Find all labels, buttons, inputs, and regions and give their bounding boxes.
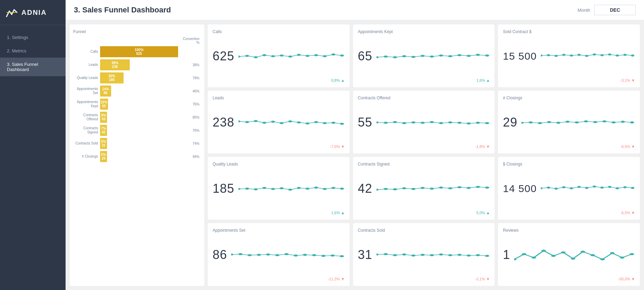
funnel-label-appt-set: Appointments Set [73,87,98,95]
svg-point-67 [383,122,388,124]
svg-point-85 [430,188,434,190]
metric-title-sold-contract: Sold Contract $ [503,29,635,34]
svg-point-75 [457,122,461,124]
funnel-conversion-appt-kept: 76% [180,102,201,106]
metric-value-calls: 625 [213,49,234,63]
svg-point-113 [600,54,604,56]
svg-point-54 [383,56,388,58]
metrics-col-2: Calls 625 0,8% ▲ Leads [208,24,350,286]
svg-point-55 [393,56,397,58]
svg-point-111 [585,55,588,57]
svg-point-89 [467,187,471,189]
metric-title-quality-leads: Quality Leads [213,162,345,167]
metric-title-contracts-signed: Contracts Signed [358,162,490,167]
metric-title-reviews: Reviews [503,228,635,233]
metric-contracts-signed: Contracts Signed 42 5,0% ▲ [353,157,495,220]
svg-point-62 [457,54,461,56]
svg-point-18 [271,121,275,123]
funnel-row-contracts-signed: Contracts Signed 7% 42 76% [73,124,201,137]
svg-point-117 [631,54,634,57]
sidebar-item-dashboard[interactable]: 3. Sales Funnel Dashboard [0,58,66,76]
svg-point-94 [393,254,397,256]
svg-point-31 [271,188,275,190]
svg-point-42 [247,254,252,256]
svg-point-19 [280,122,284,124]
svg-point-82 [402,187,406,189]
svg-point-1 [238,56,241,58]
funnel-conversion-csold: 74% [180,142,201,146]
metrics-col-3: Appointments Kept 65 1,6% ▲ Contr [353,24,495,286]
svg-point-129 [621,121,625,123]
funnel-row-closings: # Closings 5% 29 94% [73,150,201,163]
svg-point-8 [297,54,301,56]
svg-point-72 [430,121,434,123]
svg-point-28 [245,188,249,190]
svg-point-14 [238,120,241,122]
sidebar-item-settings[interactable]: 1. Settings [0,31,66,44]
svg-point-78 [485,122,489,124]
sparkline-closings-num [521,116,635,129]
sparkline-calls [238,50,345,63]
metric-title-calls: Calls [213,29,345,34]
metric-value-sold-contract: 15 500 [503,50,537,62]
sparkline-appt-kept [377,50,490,63]
svg-point-92 [377,253,379,256]
header: 3. Sales Funnel Dashboard Month DEC [66,0,644,20]
svg-point-21 [297,121,301,123]
logo-icon [6,6,18,19]
funnel-label-quality-leads: Quality Leads [73,76,98,80]
trend-arrow-closings-dollar: ▼ [631,211,635,215]
svg-point-16 [254,120,258,122]
metric-value-appt-set: 86 [213,248,227,262]
svg-point-66 [377,121,379,123]
trend-arrow-contracts-signed: ▲ [486,211,490,215]
svg-point-106 [547,54,550,56]
svg-point-148 [551,255,556,257]
sparkline-leads [238,116,345,129]
svg-point-22 [305,122,310,124]
svg-point-50 [321,255,325,257]
metric-value-appt-kept: 65 [358,49,372,63]
sidebar: ADNIA 1. Settings 2. Metrics 3. Sales Fu… [0,0,66,290]
svg-point-83 [411,188,415,190]
trend-sold-contract: -3,1% [620,78,630,82]
svg-point-43 [257,254,261,256]
metric-closings-num: # Closings 29 -6,5% ▼ [498,91,640,153]
svg-point-104 [485,255,489,257]
sparkline-closings-dollar [541,182,635,196]
metric-contracts-offered: Contracts Offered 55 -1,8% ▼ [353,91,495,153]
svg-point-41 [238,253,243,255]
sparkline-contracts-signed [377,182,490,196]
svg-point-80 [383,188,388,190]
svg-point-128 [612,121,616,123]
funnel-row-quality-leads: Quality Leads 30% 185 78% [73,71,201,84]
metric-sold-contract: Sold Contract $ 15 500 -3,1% ▼ [498,24,640,87]
svg-point-64 [476,54,480,56]
funnel-row-appt-kept: Appointments Kept 10% 65 76% [73,98,201,111]
trend-arrow-ql: ▲ [341,211,345,215]
svg-point-33 [288,189,292,191]
metric-contracts-sold: Contracts Sold 31 -3,1% ▼ [353,223,495,286]
metric-title-appt-set: Appointments Set [213,228,345,233]
svg-point-45 [275,254,279,256]
sidebar-item-metrics[interactable]: 2. Metrics [0,44,66,58]
sidebar-logo: ADNIA [0,0,66,25]
svg-point-110 [577,54,581,56]
trend-ql: 1,6% [331,211,340,215]
svg-point-150 [571,258,575,260]
trend-arrow-appt-set: ▼ [341,277,345,281]
svg-point-77 [476,122,480,124]
svg-point-133 [554,188,558,190]
funnel-label-closings: # Closings [73,154,98,159]
svg-point-56 [402,55,406,57]
svg-point-107 [554,55,558,57]
svg-point-124 [575,121,579,123]
svg-point-91 [485,187,489,189]
svg-point-51 [331,254,335,257]
svg-point-131 [541,187,543,189]
svg-point-141 [616,187,619,189]
svg-point-48 [303,254,307,256]
svg-point-13 [340,54,344,57]
metric-value-contracts-sold: 31 [358,248,372,262]
month-selector[interactable]: DEC [594,5,636,15]
